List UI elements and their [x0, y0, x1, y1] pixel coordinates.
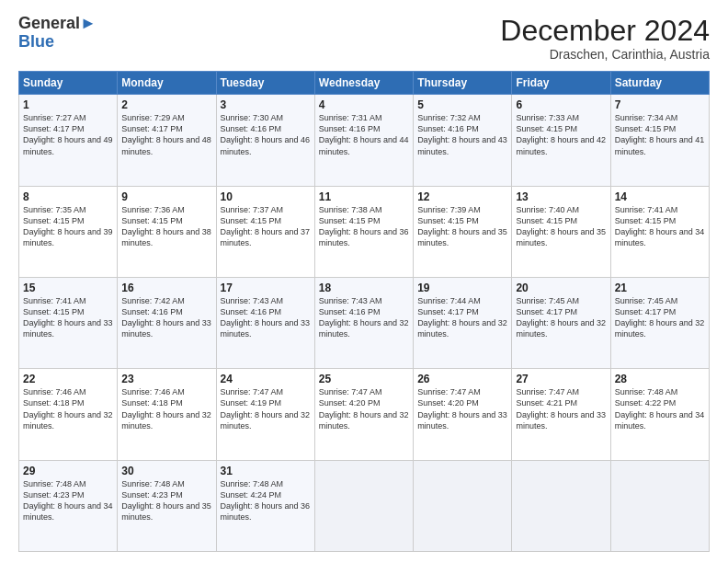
table-row: 12Sunrise: 7:39 AMSunset: 4:15 PMDayligh… — [414, 186, 512, 277]
table-row: 22Sunrise: 7:46 AMSunset: 4:18 PMDayligh… — [19, 369, 118, 460]
calendar-table: Sunday Monday Tuesday Wednesday Thursday… — [18, 71, 710, 552]
table-row: 5Sunrise: 7:32 AMSunset: 4:16 PMDaylight… — [414, 95, 512, 186]
table-row: 30Sunrise: 7:48 AMSunset: 4:23 PMDayligh… — [118, 460, 216, 551]
table-row — [414, 460, 512, 551]
table-row: 28Sunrise: 7:48 AMSunset: 4:22 PMDayligh… — [610, 369, 709, 460]
header-row: Sunday Monday Tuesday Wednesday Thursday… — [19, 72, 710, 95]
table-row: 25Sunrise: 7:47 AMSunset: 4:20 PMDayligh… — [314, 369, 413, 460]
header: General► Blue December 2024 Draschen, Ca… — [18, 15, 710, 62]
col-monday: Monday — [118, 72, 216, 95]
col-saturday: Saturday — [610, 72, 709, 95]
table-row: 15Sunrise: 7:41 AMSunset: 4:15 PMDayligh… — [19, 277, 118, 368]
calendar-row-1: 1Sunrise: 7:27 AMSunset: 4:17 PMDaylight… — [19, 95, 710, 186]
table-row: 2Sunrise: 7:29 AMSunset: 4:17 PMDaylight… — [118, 95, 216, 186]
table-row — [512, 460, 610, 551]
col-tuesday: Tuesday — [216, 72, 314, 95]
table-row: 6Sunrise: 7:33 AMSunset: 4:15 PMDaylight… — [512, 95, 610, 186]
col-sunday: Sunday — [19, 72, 118, 95]
table-row: 27Sunrise: 7:47 AMSunset: 4:21 PMDayligh… — [512, 369, 610, 460]
col-wednesday: Wednesday — [314, 72, 413, 95]
table-row: 13Sunrise: 7:40 AMSunset: 4:15 PMDayligh… — [512, 186, 610, 277]
table-row: 3Sunrise: 7:30 AMSunset: 4:16 PMDaylight… — [216, 95, 314, 186]
table-row: 11Sunrise: 7:38 AMSunset: 4:15 PMDayligh… — [314, 186, 413, 277]
table-row: 18Sunrise: 7:43 AMSunset: 4:16 PMDayligh… — [314, 277, 413, 368]
calendar-row-4: 22Sunrise: 7:46 AMSunset: 4:18 PMDayligh… — [19, 369, 710, 460]
table-row: 17Sunrise: 7:43 AMSunset: 4:16 PMDayligh… — [216, 277, 314, 368]
table-row: 24Sunrise: 7:47 AMSunset: 4:19 PMDayligh… — [216, 369, 314, 460]
calendar-row-5: 29Sunrise: 7:48 AMSunset: 4:23 PMDayligh… — [19, 460, 710, 551]
table-row: 20Sunrise: 7:45 AMSunset: 4:17 PMDayligh… — [512, 277, 610, 368]
table-row: 1Sunrise: 7:27 AMSunset: 4:17 PMDaylight… — [19, 95, 118, 186]
col-thursday: Thursday — [414, 72, 512, 95]
table-row: 14Sunrise: 7:41 AMSunset: 4:15 PMDayligh… — [610, 186, 709, 277]
table-row: 8Sunrise: 7:35 AMSunset: 4:15 PMDaylight… — [19, 186, 118, 277]
month-title: December 2024 — [500, 15, 710, 47]
table-row: 19Sunrise: 7:44 AMSunset: 4:17 PMDayligh… — [414, 277, 512, 368]
table-row: 4Sunrise: 7:31 AMSunset: 4:16 PMDaylight… — [314, 95, 413, 186]
table-row: 29Sunrise: 7:48 AMSunset: 4:23 PMDayligh… — [19, 460, 118, 551]
table-row: 31Sunrise: 7:48 AMSunset: 4:24 PMDayligh… — [216, 460, 314, 551]
title-block: December 2024 Draschen, Carinthia, Austr… — [500, 15, 710, 62]
table-row: 7Sunrise: 7:34 AMSunset: 4:15 PMDaylight… — [610, 95, 709, 186]
calendar-page: General► Blue December 2024 Draschen, Ca… — [0, 0, 728, 563]
table-row — [314, 460, 413, 551]
table-row: 23Sunrise: 7:46 AMSunset: 4:18 PMDayligh… — [118, 369, 216, 460]
table-row: 9Sunrise: 7:36 AMSunset: 4:15 PMDaylight… — [118, 186, 216, 277]
location: Draschen, Carinthia, Austria — [500, 47, 710, 62]
table-row: 16Sunrise: 7:42 AMSunset: 4:16 PMDayligh… — [118, 277, 216, 368]
calendar-row-3: 15Sunrise: 7:41 AMSunset: 4:15 PMDayligh… — [19, 277, 710, 368]
logo: General► Blue — [18, 15, 83, 53]
col-friday: Friday — [512, 72, 610, 95]
table-row — [610, 460, 709, 551]
calendar-row-2: 8Sunrise: 7:35 AMSunset: 4:15 PMDaylight… — [19, 186, 710, 277]
table-row: 26Sunrise: 7:47 AMSunset: 4:20 PMDayligh… — [414, 369, 512, 460]
table-row: 10Sunrise: 7:37 AMSunset: 4:15 PMDayligh… — [216, 186, 314, 277]
table-row: 21Sunrise: 7:45 AMSunset: 4:17 PMDayligh… — [610, 277, 709, 368]
